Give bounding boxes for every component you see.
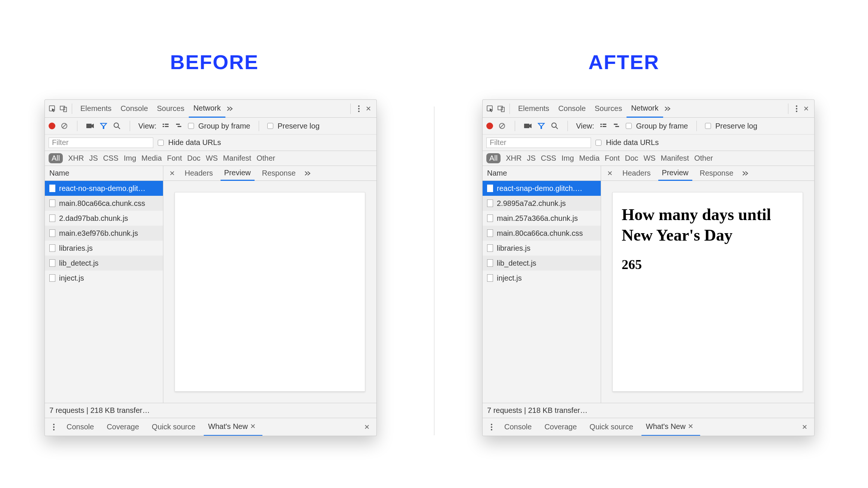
chip-manifest[interactable]: Manifest xyxy=(661,154,689,163)
more-tabs-icon[interactable] xyxy=(663,104,672,113)
chip-other[interactable]: Other xyxy=(256,154,275,163)
close-detail-icon[interactable]: ✕ xyxy=(605,169,615,177)
chip-media[interactable]: Media xyxy=(579,154,599,163)
chip-all[interactable]: All xyxy=(486,153,501,163)
tab-sources[interactable]: Sources xyxy=(153,100,189,118)
group-by-frame-checkbox[interactable] xyxy=(626,123,632,129)
filter-input[interactable]: Filter xyxy=(49,138,153,148)
tab-console[interactable]: Console xyxy=(116,100,152,118)
kebab-menu-icon[interactable] xyxy=(49,423,58,432)
drawer-tab-coverage[interactable]: Coverage xyxy=(540,418,581,436)
view-waterfall-icon[interactable] xyxy=(175,121,184,130)
drawer-tab-console[interactable]: Console xyxy=(500,418,536,436)
search-icon[interactable] xyxy=(550,121,559,130)
inspect-icon[interactable] xyxy=(48,104,57,113)
tab-elements[interactable]: Elements xyxy=(76,100,116,118)
chip-js[interactable]: JS xyxy=(527,154,535,163)
request-row[interactable]: inject.js xyxy=(483,271,601,285)
device-toggle-icon[interactable] xyxy=(497,104,506,113)
filter-icon[interactable] xyxy=(99,121,108,130)
request-row[interactable]: inject.js xyxy=(45,271,163,285)
kebab-menu-icon[interactable] xyxy=(792,104,801,113)
close-drawer-icon[interactable]: ✕ xyxy=(800,423,810,431)
chip-xhr[interactable]: XHR xyxy=(506,154,521,163)
close-drawer-icon[interactable]: ✕ xyxy=(362,423,372,431)
view-list-icon[interactable] xyxy=(161,121,170,130)
drawer-tab-whats-new[interactable]: What's New ✕ xyxy=(204,418,262,436)
device-toggle-icon[interactable] xyxy=(59,104,68,113)
chip-doc[interactable]: Doc xyxy=(625,154,638,163)
request-row[interactable]: 2.9895a7a2.chunk.js xyxy=(483,196,601,211)
chip-js[interactable]: JS xyxy=(89,154,98,163)
record-icon[interactable] xyxy=(49,123,55,129)
clear-icon[interactable] xyxy=(60,121,69,130)
chip-img[interactable]: Img xyxy=(561,154,574,163)
chip-other[interactable]: Other xyxy=(694,154,713,163)
chip-xhr[interactable]: XHR xyxy=(68,154,84,163)
name-column-header[interactable]: Name xyxy=(45,166,163,181)
chip-all[interactable]: All xyxy=(49,153,63,163)
tab-console[interactable]: Console xyxy=(554,100,590,118)
filter-icon[interactable] xyxy=(537,121,546,130)
dtab-headers[interactable]: Headers xyxy=(619,166,655,181)
request-row[interactable]: main.80ca66ca.chunk.css xyxy=(483,226,601,241)
hide-data-urls-checkbox[interactable] xyxy=(595,140,601,146)
chip-ws[interactable]: WS xyxy=(206,154,218,163)
record-icon[interactable] xyxy=(486,123,493,129)
tab-network[interactable]: Network xyxy=(627,100,663,118)
drawer-tab-quick-source[interactable]: Quick source xyxy=(147,418,200,436)
drawer-tab-console[interactable]: Console xyxy=(62,418,98,436)
chip-ws[interactable]: WS xyxy=(643,154,655,163)
inspect-icon[interactable] xyxy=(486,104,495,113)
request-row[interactable]: main.e3ef976b.chunk.js xyxy=(45,226,163,241)
hide-data-urls-checkbox[interactable] xyxy=(158,140,164,146)
more-detail-tabs-icon[interactable] xyxy=(303,169,312,178)
view-list-icon[interactable] xyxy=(599,121,608,130)
chip-media[interactable]: Media xyxy=(141,154,161,163)
name-column-header[interactable]: Name xyxy=(483,166,601,181)
more-tabs-icon[interactable] xyxy=(225,104,234,113)
group-by-frame-checkbox[interactable] xyxy=(188,123,194,129)
close-icon[interactable]: ✕ xyxy=(248,422,258,430)
preserve-log-checkbox[interactable] xyxy=(705,123,711,129)
chip-font[interactable]: Font xyxy=(167,154,182,163)
close-icon[interactable]: ✕ xyxy=(363,105,373,113)
dtab-preview[interactable]: Preview xyxy=(221,166,255,181)
chip-img[interactable]: Img xyxy=(124,154,136,163)
request-row[interactable]: lib_detect.js xyxy=(483,256,601,271)
request-row[interactable]: main.80ca66ca.chunk.css xyxy=(45,196,163,211)
chip-manifest[interactable]: Manifest xyxy=(223,154,252,163)
dtab-response[interactable]: Response xyxy=(258,166,299,181)
request-row[interactable]: lib_detect.js xyxy=(45,256,163,271)
filter-input[interactable]: Filter xyxy=(486,138,591,148)
camera-icon[interactable] xyxy=(86,121,95,130)
request-row[interactable]: libraries.js xyxy=(45,241,163,256)
drawer-tab-coverage[interactable]: Coverage xyxy=(102,418,144,436)
tab-sources[interactable]: Sources xyxy=(590,100,627,118)
drawer-tab-quick-source[interactable]: Quick source xyxy=(585,418,638,436)
dtab-headers[interactable]: Headers xyxy=(181,166,217,181)
request-row[interactable]: react-snap-demo.glitch.… xyxy=(483,181,601,196)
dtab-response[interactable]: Response xyxy=(696,166,737,181)
chip-doc[interactable]: Doc xyxy=(187,154,201,163)
chip-css[interactable]: CSS xyxy=(541,154,556,163)
view-waterfall-icon[interactable] xyxy=(612,121,621,130)
kebab-menu-icon[interactable] xyxy=(354,104,363,113)
drawer-tab-whats-new[interactable]: What's New ✕ xyxy=(641,418,700,436)
camera-icon[interactable] xyxy=(523,121,532,130)
clear-icon[interactable] xyxy=(498,121,507,130)
kebab-menu-icon[interactable] xyxy=(487,423,496,432)
preserve-log-checkbox[interactable] xyxy=(267,123,273,129)
close-icon[interactable]: ✕ xyxy=(686,422,696,430)
more-detail-tabs-icon[interactable] xyxy=(741,169,750,178)
search-icon[interactable] xyxy=(113,121,121,130)
request-row[interactable]: 2.dad97bab.chunk.js xyxy=(45,211,163,226)
close-icon[interactable]: ✕ xyxy=(801,105,811,113)
close-detail-icon[interactable]: ✕ xyxy=(167,169,177,177)
request-row[interactable]: react-no-snap-demo.glit… xyxy=(45,181,163,196)
chip-font[interactable]: Font xyxy=(605,154,620,163)
dtab-preview[interactable]: Preview xyxy=(658,166,692,181)
request-row[interactable]: libraries.js xyxy=(483,241,601,256)
tab-network[interactable]: Network xyxy=(189,100,225,118)
chip-css[interactable]: CSS xyxy=(103,154,118,163)
